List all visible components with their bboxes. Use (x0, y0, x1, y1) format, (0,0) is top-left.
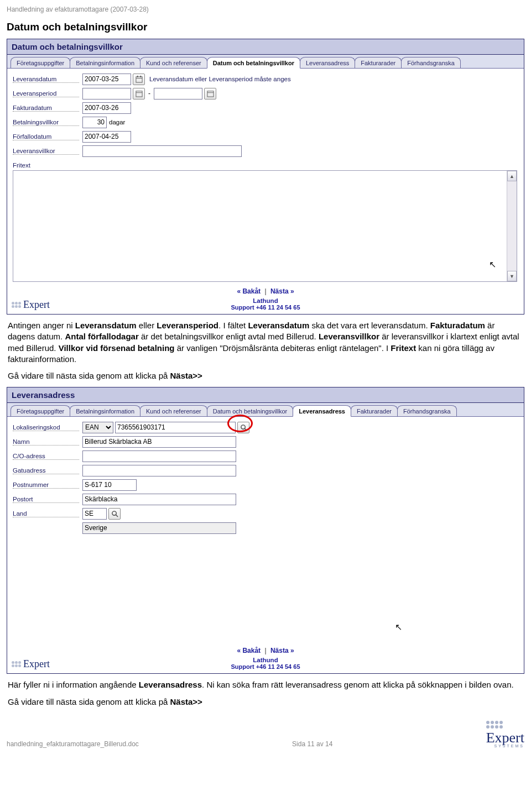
calendar-icon[interactable] (133, 88, 145, 99)
tab-leveransadress[interactable]: Leveransadress (293, 405, 351, 417)
para-1: Antingen anger ni Leveransdatum eller Le… (8, 320, 523, 365)
input-fakturadatum[interactable] (82, 102, 131, 114)
label-gatu: Gatuadress (13, 467, 79, 474)
support-text: Support +46 11 24 54 65 (7, 304, 524, 311)
select-lokkod-type[interactable]: EAN (82, 422, 113, 433)
tab-fakturarader[interactable]: Fakturarader (351, 405, 398, 416)
input-leveransdatum[interactable] (82, 74, 131, 85)
input-lokkod[interactable] (115, 422, 236, 433)
label-lokkod: Lokaliseringskod (13, 424, 79, 431)
calendar-icon[interactable] (133, 74, 145, 85)
svg-line-11 (116, 515, 118, 517)
panel-leveransadress: Leveransadress FöretagsuppgifterBetalnin… (7, 387, 524, 674)
svg-rect-2 (137, 76, 138, 77)
svg-line-9 (244, 428, 247, 431)
label-dagar: dagar (109, 119, 125, 125)
tab-row-1: FöretagsuppgifterBetalningsinformationKu… (7, 55, 524, 69)
support-text: Support +46 11 24 54 65 (7, 663, 524, 670)
display-land-name (82, 522, 236, 534)
tab-kund-och-referenser[interactable]: Kund och referenser (140, 405, 207, 416)
svg-rect-6 (207, 91, 213, 96)
cursor-icon: ↖ (489, 259, 496, 270)
input-forfallodatum[interactable] (82, 131, 131, 143)
panel-title: Leveransadress (7, 387, 524, 403)
label-co: C/O-adress (13, 453, 79, 460)
svg-point-8 (241, 425, 244, 429)
tab-förhandsgranska[interactable]: Förhandsgranska (397, 405, 457, 416)
label-leveransvillkor: Leveransvillkor (13, 148, 79, 155)
input-postnummer[interactable] (82, 479, 137, 491)
label-fritext: Fritext (13, 162, 79, 169)
section-heading-1: Datum och betalningsvillkor (7, 21, 524, 33)
panel-datum: Datum och betalningsvillkor Företagsuppg… (7, 39, 524, 315)
input-land-code[interactable] (82, 508, 107, 520)
input-gatu[interactable] (82, 465, 236, 476)
lathund-link[interactable]: Lathund (7, 657, 524, 663)
tab-betalningsinformation[interactable]: Betalningsinformation (70, 57, 140, 68)
tab-betalningsinformation[interactable]: Betalningsinformation (70, 405, 140, 416)
label-postort: Postort (13, 496, 79, 503)
para-1b: Gå vidare till nästa sida genom att klic… (8, 370, 523, 381)
panel-title: Datum och betalningsvillkor (7, 39, 524, 55)
input-namn[interactable] (82, 436, 236, 448)
tab-företagsuppgifter[interactable]: Företagsuppgifter (11, 57, 70, 68)
calendar-icon[interactable] (204, 88, 216, 99)
logo-expert: Expert (12, 299, 50, 311)
scroll-up-icon[interactable]: ▲ (507, 171, 517, 181)
cursor-icon: ↖ (395, 622, 402, 632)
input-leveransperiod-from[interactable] (82, 88, 131, 99)
nav-back-link[interactable]: « Bakåt (237, 647, 261, 654)
label-namn: Namn (13, 438, 79, 446)
hint-leveransdatum: Leveransdatum eller Leveransperiod måste… (149, 76, 291, 82)
input-co[interactable] (82, 450, 236, 462)
label-forfallodatum: Förfallodatum (13, 133, 79, 140)
svg-point-10 (112, 511, 116, 515)
label-postnummer: Postnummer (13, 481, 79, 489)
search-icon[interactable] (108, 508, 121, 520)
tab-row-2: FöretagsuppgifterBetalningsinformationKu… (7, 403, 524, 417)
nav-next-link[interactable]: Nästa » (270, 287, 294, 295)
input-postort[interactable] (82, 494, 236, 505)
svg-rect-4 (136, 91, 142, 96)
textarea-fritext[interactable]: ▲ ▼ (13, 170, 517, 282)
logo-expert: Expert (12, 658, 50, 670)
search-icon[interactable] (237, 422, 249, 433)
para-2: Här fyller ni i information angående Lev… (8, 679, 523, 690)
svg-rect-3 (140, 76, 141, 77)
nav-next-link[interactable]: Nästa » (270, 647, 294, 654)
lathund-link[interactable]: Lathund (7, 297, 524, 304)
tab-företagsuppgifter[interactable]: Företagsuppgifter (11, 405, 70, 416)
input-leveransperiod-to[interactable] (154, 88, 202, 99)
tab-förhandsgranska[interactable]: Förhandsgranska (401, 57, 461, 68)
tab-leveransadress[interactable]: Leveransadress (300, 57, 355, 68)
scrollbar[interactable]: ▲ ▼ (507, 171, 517, 281)
label-betalningsvillkor: Betalningsvillkor (13, 119, 79, 126)
tab-kund-och-referenser[interactable]: Kund och referenser (140, 57, 207, 68)
svg-rect-0 (136, 76, 142, 82)
para-2b: Gå vidare till nästa sida genom att klic… (8, 696, 523, 708)
logo-expert-large: Expert SYSTEMS (486, 721, 524, 748)
tab-datum-och-betalningsvillkor[interactable]: Datum och betalningsvillkor (207, 57, 300, 69)
nav-back-link[interactable]: « Bakåt (237, 287, 261, 295)
label-fakturadatum: Fakturadatum (13, 104, 79, 112)
footer-page: Sida 11 av 14 (292, 740, 332, 748)
label-land: Land (13, 510, 79, 517)
period-separator: - (148, 90, 150, 97)
doc-header: Handledning av efakturamottagare (2007-0… (7, 6, 524, 13)
tab-fakturarader[interactable]: Fakturarader (355, 57, 402, 68)
label-leveransdatum: Leveransdatum (13, 76, 79, 83)
input-leveransvillkor[interactable] (82, 145, 242, 157)
footer-filename: handledning_efakturamottagare_Billerud.d… (7, 740, 139, 748)
scroll-down-icon[interactable]: ▼ (507, 271, 517, 281)
tab-datum-och-betalningsvillkor[interactable]: Datum och betalningsvillkor (207, 405, 294, 416)
label-leveransperiod: Leveransperiod (13, 90, 79, 97)
input-betalningsvillkor[interactable] (82, 117, 107, 128)
